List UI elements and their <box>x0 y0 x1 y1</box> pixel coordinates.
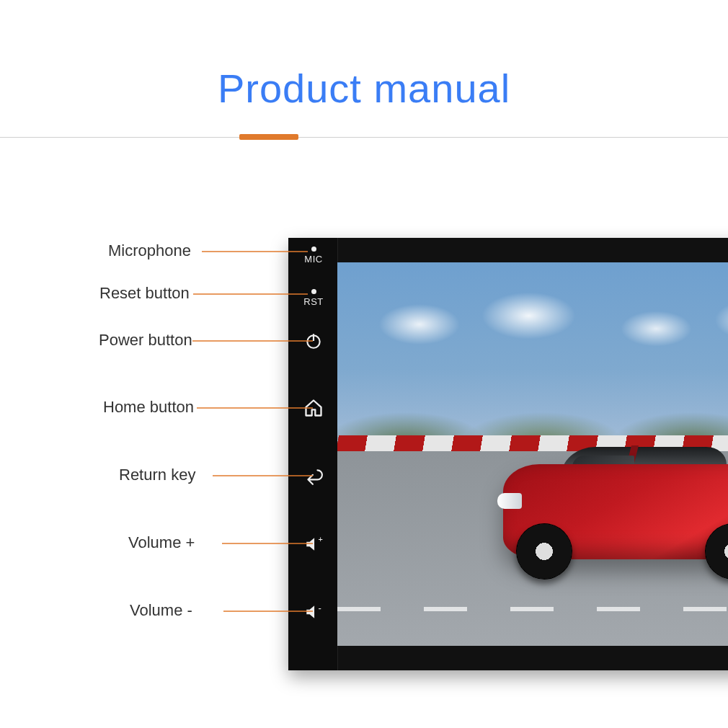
car-illustration <box>481 443 728 580</box>
dot-icon <box>311 289 316 294</box>
dot-icon <box>311 247 316 252</box>
volume-down-button[interactable]: - <box>296 603 332 621</box>
device <box>288 238 728 670</box>
page-title: Product manual <box>0 65 728 112</box>
svg-text:+: + <box>319 535 323 543</box>
callout-power: Power button <box>99 331 192 350</box>
home-button[interactable] <box>296 398 332 418</box>
volume-up-button[interactable]: + <box>296 535 332 554</box>
device-screen <box>337 262 728 646</box>
callout-return: Return key <box>119 466 195 484</box>
divider-line <box>0 137 728 138</box>
home-icon <box>303 398 324 418</box>
callout-dot: Microphone <box>108 241 191 260</box>
rst-label: RST <box>296 296 332 307</box>
power-icon <box>304 332 323 350</box>
volume-up-icon: + <box>304 535 323 554</box>
callout-vol-down: Volume - <box>130 601 192 620</box>
callout-vol-up: Volume + <box>128 533 195 552</box>
mic-port: MIC <box>296 247 332 265</box>
power-button[interactable] <box>296 332 332 350</box>
return-icon <box>304 467 323 486</box>
mic-label: MIC <box>296 254 332 265</box>
reset-port: RST <box>296 289 332 307</box>
return-button[interactable] <box>296 467 332 486</box>
volume-down-icon: - <box>304 603 323 621</box>
svg-text:-: - <box>319 603 321 613</box>
accent-bar <box>239 134 298 140</box>
callout-home: Home button <box>103 398 194 417</box>
callout-dot: Reset button <box>99 284 190 303</box>
